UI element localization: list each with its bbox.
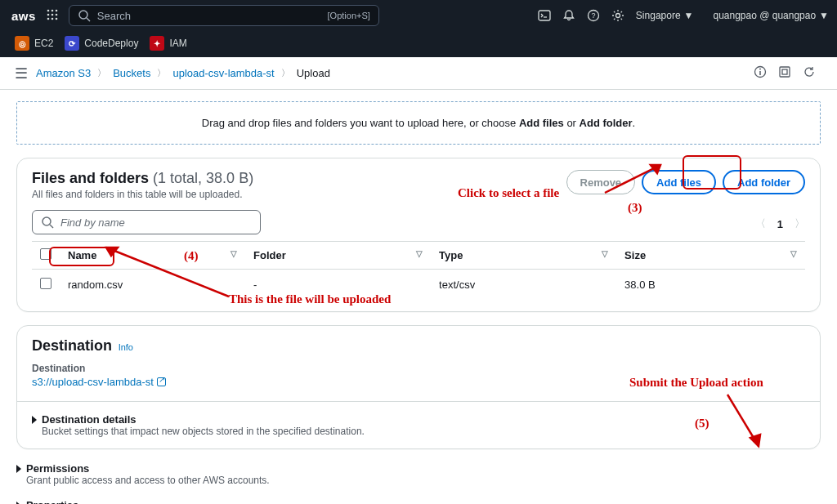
svg-point-4 [51, 13, 54, 16]
files-subtitle: All files and folders in this table will… [32, 189, 253, 200]
svg-marker-28 [750, 435, 760, 446]
svg-point-3 [47, 13, 50, 16]
cloudshell-icon[interactable] [538, 9, 551, 22]
notifications-icon[interactable] [562, 9, 575, 22]
page-prev[interactable]: 〈 [755, 216, 766, 231]
expand-icon [32, 416, 37, 424]
svg-line-22 [50, 225, 53, 228]
expand-icon [16, 465, 21, 473]
breadcrumb-s3[interactable]: Amazon S3 [36, 67, 91, 79]
file-folder: - [245, 270, 431, 301]
external-link-icon [157, 377, 166, 386]
annotation-arrow-4 [98, 241, 237, 306]
find-by-name-input[interactable]: Find by name [32, 210, 261, 234]
svg-text:?: ? [591, 11, 595, 20]
svg-line-10 [87, 18, 90, 21]
svg-point-7 [51, 17, 54, 20]
destination-details-toggle[interactable]: Destination details [32, 413, 805, 426]
breadcrumb-current: Upload [297, 67, 330, 79]
annotation-arrow-5 [719, 390, 777, 456]
destination-label: Destination [32, 363, 805, 374]
annotation-arrow-3 [597, 160, 678, 201]
aws-logo[interactable]: aws [11, 9, 36, 23]
search-icon [41, 216, 54, 229]
breadcrumb-buckets[interactable]: Buckets [113, 67, 150, 79]
destination-uri[interactable]: s3://upload-csv-lambda-st [32, 376, 805, 388]
chevron-right-icon: 〉 [157, 67, 166, 79]
breadcrumb-bar: ☰ Amazon S3 〉 Buckets 〉 upload-csv-lambd… [0, 57, 837, 90]
svg-point-15 [615, 14, 620, 18]
services-menu-icon[interactable] [41, 8, 64, 24]
favorites-bar: ◎EC2 ⟳CodeDeploy ✦IAM [0, 31, 837, 57]
destination-title: Destination Info [32, 337, 805, 355]
chevron-right-icon: 〉 [281, 67, 290, 79]
svg-point-6 [47, 17, 50, 20]
chevron-down-icon: ▼ [819, 10, 829, 21]
info-icon[interactable] [754, 65, 767, 81]
upload-page: Drag and drop files and folders you want… [0, 90, 837, 504]
region-selector[interactable]: Singapore ▼ [636, 10, 694, 21]
properties-toggle[interactable]: Properties [16, 499, 821, 504]
destination-details-desc: Bucket settings that impact new objects … [42, 426, 805, 437]
side-nav-toggle[interactable]: ☰ [7, 65, 36, 83]
sort-icon[interactable]: ▽ [602, 249, 608, 258]
refresh-icon[interactable] [803, 65, 816, 81]
svg-point-8 [56, 17, 58, 20]
search-shortcut: [Option+S] [328, 11, 370, 20]
breadcrumb: Amazon S3 〉 Buckets 〉 upload-csv-lambda-… [36, 67, 330, 79]
chevron-down-icon: ▼ [684, 10, 694, 21]
permissions-desc: Grant public access and access to other … [26, 475, 821, 486]
file-size: 38.0 B [616, 270, 805, 301]
drop-zone[interactable]: Drag and drop files and folders you want… [16, 101, 821, 145]
pagination: 〈 1 〉 [755, 216, 805, 231]
search-placeholder: Search [97, 10, 131, 22]
sort-icon[interactable]: ▽ [790, 249, 797, 258]
info-link[interactable]: Info [119, 342, 133, 352]
settings-icon[interactable] [611, 9, 624, 22]
global-search[interactable]: Search [Option+S] [69, 5, 379, 26]
svg-point-5 [56, 13, 58, 16]
file-type: text/csv [431, 270, 616, 301]
svg-rect-20 [782, 69, 787, 74]
help-icon[interactable]: ? [587, 9, 600, 22]
svg-point-21 [43, 217, 51, 225]
dashboard-icon[interactable] [778, 65, 791, 81]
account-menu[interactable]: quangpao @ quangpao ▼ [713, 10, 829, 21]
svg-line-25 [106, 248, 229, 297]
svg-point-2 [56, 9, 58, 11]
page-next[interactable]: 〉 [794, 216, 805, 231]
files-title: Files and folders (1 total, 38.0 B) [32, 170, 253, 187]
page-number: 1 [777, 218, 783, 230]
service-shortcut-ec2[interactable]: ◎EC2 [11, 34, 56, 52]
properties-section: Properties Specify storage class, encryp… [16, 499, 821, 504]
row-checkbox[interactable] [40, 278, 51, 289]
svg-point-18 [759, 69, 761, 70]
svg-line-23 [605, 165, 660, 193]
annotation-box-addfiles [683, 155, 741, 190]
svg-point-0 [47, 9, 50, 11]
permissions-toggle[interactable]: Permissions [16, 462, 821, 475]
svg-point-9 [79, 11, 87, 19]
global-header: aws Search [Option+S] ? Singapore ▼ quan… [0, 0, 837, 57]
service-shortcut-iam[interactable]: ✦IAM [146, 34, 190, 52]
search-icon [78, 9, 91, 22]
expand-icon [16, 502, 21, 505]
service-shortcut-codedeploy[interactable]: ⟳CodeDeploy [61, 34, 141, 52]
svg-rect-19 [780, 67, 790, 77]
svg-rect-11 [539, 11, 550, 20]
svg-point-1 [51, 9, 54, 11]
chevron-right-icon: 〉 [97, 67, 106, 79]
sort-icon[interactable]: ▽ [416, 249, 423, 258]
destination-panel: Destination Info Destination s3://upload… [16, 325, 821, 449]
permissions-section: Permissions Grant public access and acce… [16, 462, 821, 486]
breadcrumb-bucket-name[interactable]: upload-csv-lambda-st [172, 67, 274, 79]
